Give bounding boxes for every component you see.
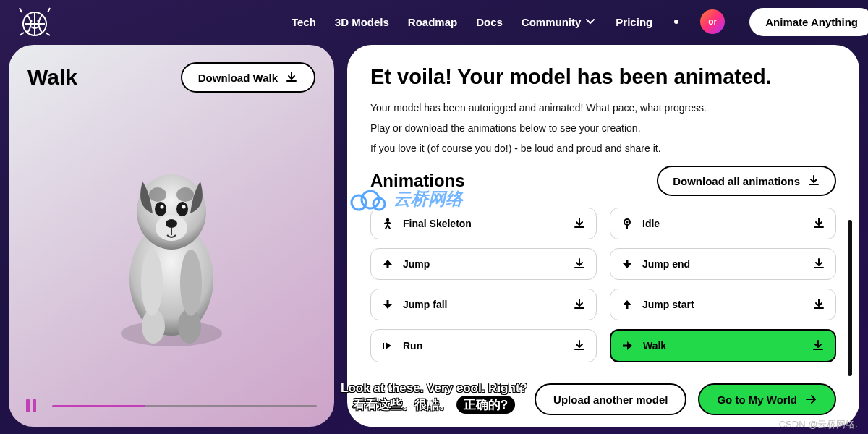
animation-item-jump[interactable]: Jump [370, 248, 597, 280]
download-walk-button[interactable]: Download Walk [181, 62, 315, 93]
nav-roadmap[interactable]: Roadmap [408, 16, 457, 28]
results-description: Your model has been autorigged and anima… [370, 98, 836, 158]
preview-panel: Walk Download Walk [9, 45, 334, 427]
results-panel: Et voila! Your model has been animated. … [347, 45, 859, 427]
fast-right-icon [381, 339, 394, 352]
animation-item-jump-fall[interactable]: Jump fall [370, 289, 597, 320]
animations-heading: Animations [370, 171, 465, 191]
svg-point-15 [180, 250, 202, 316]
animate-anything-button[interactable]: Animate Anything [749, 8, 868, 36]
nav-community-label: Community [522, 16, 582, 28]
arrow-right-icon [804, 393, 817, 406]
download-icon[interactable] [812, 339, 825, 352]
top-nav: Tech 3D Models Roadmap Docs Community Pr… [0, 6, 868, 38]
nav-community[interactable]: Community [522, 15, 597, 28]
arrow-down-icon [381, 298, 394, 311]
results-desc-1: Your model has been autorigged and anima… [370, 98, 836, 118]
nav-docs[interactable]: Docs [476, 16, 503, 28]
nav-pricing[interactable]: Pricing [616, 16, 652, 28]
preview-title: Walk [27, 65, 77, 90]
svg-point-19 [161, 205, 164, 209]
model-dog-icon [88, 153, 255, 355]
animation-item-idle[interactable]: Idle [610, 208, 836, 239]
results-desc-2: Play or download the animations below to… [370, 118, 836, 138]
progress-track[interactable] [52, 405, 317, 407]
animation-label: Jump fall [403, 299, 447, 310]
brand-logo[interactable] [13, 4, 56, 40]
animation-item-run[interactable]: Run [370, 329, 597, 362]
scrollbar[interactable] [848, 220, 852, 376]
svg-point-22 [166, 219, 177, 228]
download-icon[interactable] [812, 258, 825, 271]
model-viewport[interactable] [9, 132, 334, 376]
animation-label: Jump end [642, 258, 690, 270]
download-icon [807, 174, 820, 187]
svg-point-24 [176, 187, 194, 202]
download-icon[interactable] [573, 298, 586, 311]
download-all-button[interactable]: Download all animations [657, 166, 836, 196]
animation-item-final-skeleton[interactable]: Final Skeleton [370, 208, 597, 239]
svg-point-20 [182, 205, 186, 209]
animation-label: Jump start [642, 299, 694, 310]
animation-label: Idle [642, 218, 660, 229]
svg-point-17 [155, 202, 166, 216]
animation-label: Final Skeleton [403, 218, 472, 229]
download-icon[interactable] [812, 217, 825, 230]
download-icon [285, 71, 298, 84]
animation-item-jump-start[interactable]: Jump start [610, 289, 836, 320]
download-all-label: Download all animations [673, 175, 800, 187]
person-icon [381, 217, 394, 230]
pin-icon [621, 217, 634, 230]
user-avatar-badge[interactable]: or [700, 9, 725, 34]
animation-label: Run [403, 340, 422, 352]
nav-tech[interactable]: Tech [292, 16, 316, 28]
animation-label: Walk [643, 340, 666, 352]
download-icon[interactable] [573, 258, 586, 271]
pause-button[interactable] [26, 398, 42, 414]
download-icon[interactable] [573, 339, 586, 352]
arrow-up-icon [621, 298, 634, 311]
svg-point-23 [149, 187, 166, 202]
svg-point-9 [37, 20, 39, 22]
animation-item-walk[interactable]: Walk [610, 329, 836, 362]
results-desc-3: If you love it (of course you do!) - be … [370, 138, 836, 158]
results-headline: Et voila! Your model has been animated. [370, 65, 836, 89]
svg-point-14 [141, 250, 163, 316]
arrow-right-icon [621, 339, 634, 352]
main-wrap: Walk Download Walk [9, 45, 859, 427]
chevron-down-icon [584, 15, 597, 28]
animation-item-jump-end[interactable]: Jump end [610, 248, 836, 280]
arrow-down-icon [621, 258, 634, 271]
csdn-watermark: CSDN @云桥网络. [779, 418, 858, 431]
nav-separator-dot [674, 20, 678, 24]
download-icon[interactable] [573, 217, 586, 230]
playback-controls [26, 398, 317, 414]
svg-point-18 [176, 202, 188, 216]
download-icon[interactable] [812, 298, 825, 311]
svg-point-8 [30, 20, 32, 22]
download-walk-label: Download Walk [198, 72, 278, 84]
nav-3d-models[interactable]: 3D Models [335, 16, 389, 28]
upload-another-button[interactable]: Upload another model [535, 383, 686, 415]
animation-label: Jump [403, 258, 430, 270]
arrow-up-icon [381, 258, 394, 271]
go-to-my-world-label: Go to My World [717, 393, 797, 406]
go-to-my-world-button[interactable]: Go to My World [698, 383, 836, 415]
animations-grid: Final SkeletonIdleJumpJump endJump fallJ… [370, 208, 836, 362]
nav-links: Tech 3D Models Roadmap Docs Community Pr… [292, 8, 868, 36]
